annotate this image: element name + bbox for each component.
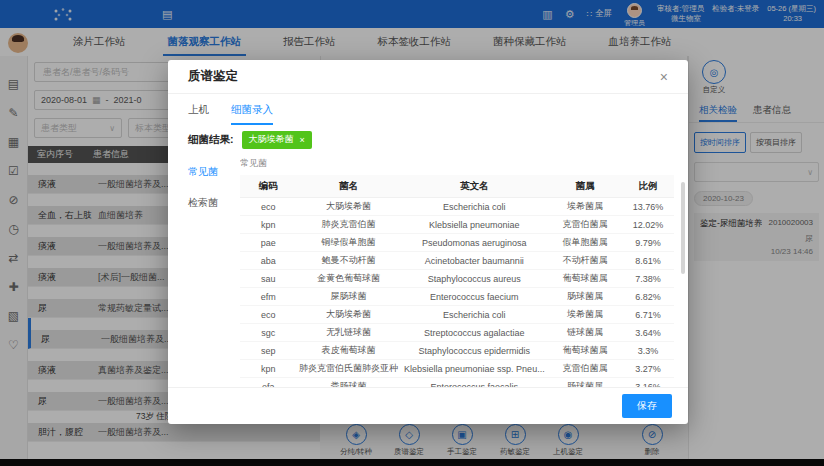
- cell-code: kpn: [240, 216, 296, 234]
- cell-code: aba: [240, 252, 296, 270]
- cell-name: 铜绿假单胞菌: [296, 234, 400, 252]
- cell-en: Klebsiella pneumoniae: [401, 216, 549, 234]
- cell-en: Streptococcus agalactiae: [401, 324, 549, 342]
- cell-genus: 链球菌属: [548, 324, 622, 342]
- cell-genus: 假单胞菌属: [548, 234, 622, 252]
- cell-code: efm: [240, 288, 296, 306]
- cell-ratio: 7.38%: [622, 270, 674, 288]
- bacteria-row[interactable]: sgc无乳链球菌Streptococcus agalactiae链球菌属3.64…: [240, 324, 674, 342]
- bacteria-result-label: 细菌结果:: [188, 133, 234, 147]
- side-tab-common-bacteria[interactable]: 常见菌: [188, 165, 240, 179]
- cell-genus: 克雷伯菌属: [548, 216, 622, 234]
- cell-code: kpn: [240, 360, 296, 378]
- cell-en: Staphylococcus epidermidis: [401, 342, 549, 360]
- mass-spec-identification-modal: 质谱鉴定 × 上机 细菌录入 细菌结果: 大肠埃希菌 × 常见菌 检索菌 常见菌…: [168, 60, 688, 424]
- cell-name: 金黄色葡萄球菌: [296, 270, 400, 288]
- tab-on-machine[interactable]: 上机: [188, 94, 209, 125]
- bacteria-row[interactable]: eco大肠埃希菌Escherichia coli埃希菌属6.71%: [240, 306, 674, 324]
- cell-ratio: 8.61%: [622, 252, 674, 270]
- col-en-name: 英文名: [401, 175, 549, 198]
- cell-name: 肺炎克雷伯菌: [296, 216, 400, 234]
- cell-genus: 葡萄球菌属: [548, 342, 622, 360]
- cell-ratio: 9.79%: [622, 234, 674, 252]
- cell-ratio: 6.82%: [622, 288, 674, 306]
- col-ratio: 比例: [622, 175, 674, 198]
- cell-name: 肺炎克雷伯氏菌肺炎亚种: [296, 360, 400, 378]
- cell-code: pae: [240, 234, 296, 252]
- cell-code: sau: [240, 270, 296, 288]
- cell-name: 屎肠球菌: [296, 288, 400, 306]
- tag-remove-icon[interactable]: ×: [300, 135, 305, 145]
- table-scrollbar[interactable]: [681, 182, 685, 274]
- cell-ratio: 3.3%: [622, 342, 674, 360]
- cell-en: Escherichia coli: [401, 198, 549, 216]
- bacteria-table-header: 编码 菌名 英文名 菌属 比例: [240, 175, 674, 198]
- cell-ratio: 3.16%: [622, 378, 674, 388]
- col-genus: 菌属: [548, 175, 622, 198]
- cell-name: 大肠埃希菌: [296, 306, 400, 324]
- cell-name: 大肠埃希菌: [296, 198, 400, 216]
- cell-code: eco: [240, 198, 296, 216]
- bacteria-table: 编码 菌名 英文名 菌属 比例 eco大肠埃希菌Escherichia coli…: [240, 175, 674, 387]
- bacteria-row[interactable]: efa粪肠球菌Enterococcus faecalis肠球菌属3.16%: [240, 378, 674, 388]
- bacteria-row[interactable]: kpn肺炎克雷伯菌Klebsiella pneumoniae克雷伯菌属12.02…: [240, 216, 674, 234]
- col-code: 编码: [240, 175, 296, 198]
- cell-en: Acinetobacter baumannii: [401, 252, 549, 270]
- cell-name: 无乳链球菌: [296, 324, 400, 342]
- cell-code: sgc: [240, 324, 296, 342]
- cell-genus: 埃希菌属: [548, 198, 622, 216]
- selected-bacteria-tag: 大肠埃希菌 ×: [242, 131, 312, 149]
- cell-code: eco: [240, 306, 296, 324]
- cell-ratio: 13.76%: [622, 198, 674, 216]
- close-icon[interactable]: ×: [660, 70, 668, 84]
- bacteria-row[interactable]: eco大肠埃希菌Escherichia coli埃希菌属13.76%: [240, 198, 674, 216]
- cell-en: Staphylococcus aureus: [401, 270, 549, 288]
- cell-ratio: 12.02%: [622, 216, 674, 234]
- cell-genus: 不动杆菌属: [548, 252, 622, 270]
- bacteria-row[interactable]: pae铜绿假单胞菌Pseudomonas aeruginosa假单胞菌属9.79…: [240, 234, 674, 252]
- tab-bacteria-entry[interactable]: 细菌录入: [231, 94, 273, 125]
- cell-genus: 肠球菌属: [548, 288, 622, 306]
- save-button[interactable]: 保存: [622, 394, 672, 418]
- cell-en: Enterococcus faecium: [401, 288, 549, 306]
- section-title: 常见菌: [240, 157, 674, 170]
- cell-code: efa: [240, 378, 296, 388]
- cell-name: 粪肠球菌: [296, 378, 400, 388]
- cell-en: Enterococcus faecalis: [401, 378, 549, 388]
- cell-code: sep: [240, 342, 296, 360]
- cell-genus: 克雷伯菌属: [548, 360, 622, 378]
- modal-title: 质谱鉴定: [188, 68, 238, 85]
- bacteria-row[interactable]: aba鲍曼不动杆菌Acinetobacter baumannii不动杆菌属8.6…: [240, 252, 674, 270]
- cell-ratio: 3.64%: [622, 324, 674, 342]
- cell-ratio: 6.71%: [622, 306, 674, 324]
- cell-en: Klebsiella pneumoniae ssp. Pneu...: [401, 360, 549, 378]
- col-name: 菌名: [296, 175, 400, 198]
- cell-genus: 埃希菌属: [548, 306, 622, 324]
- bacteria-row[interactable]: sau金黄色葡萄球菌Staphylococcus aureus葡萄球菌属7.38…: [240, 270, 674, 288]
- bacteria-row[interactable]: sep表皮葡萄球菌Staphylococcus epidermidis葡萄球菌属…: [240, 342, 674, 360]
- cell-en: Pseudomonas aeruginosa: [401, 234, 549, 252]
- cell-genus: 葡萄球菌属: [548, 270, 622, 288]
- bacteria-row[interactable]: efm屎肠球菌Enterococcus faecium肠球菌属6.82%: [240, 288, 674, 306]
- side-tab-search-bacteria[interactable]: 检索菌: [188, 196, 240, 210]
- bacteria-row[interactable]: kpn肺炎克雷伯氏菌肺炎亚种Klebsiella pneumoniae ssp.…: [240, 360, 674, 378]
- cell-name: 表皮葡萄球菌: [296, 342, 400, 360]
- cell-genus: 肠球菌属: [548, 378, 622, 388]
- cell-ratio: 3.27%: [622, 360, 674, 378]
- cell-name: 鲍曼不动杆菌: [296, 252, 400, 270]
- cell-en: Escherichia coli: [401, 306, 549, 324]
